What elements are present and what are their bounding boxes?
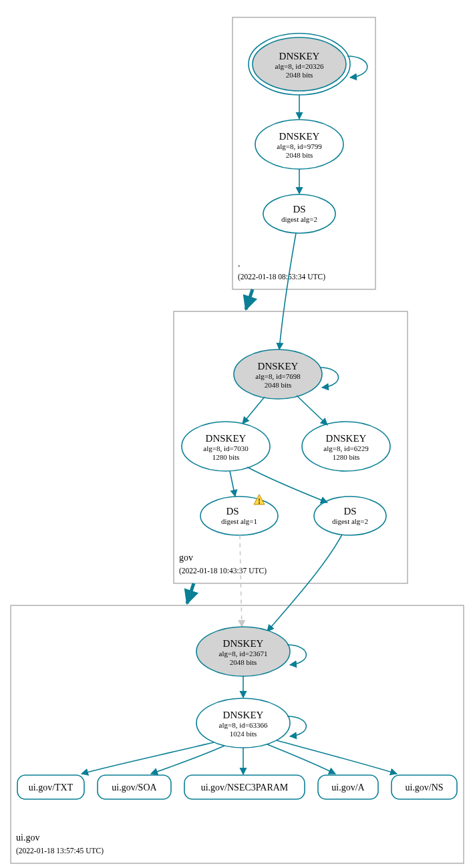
text: 1024 bits: [230, 730, 257, 738]
edge-gov-zsk1-to-ds1: [230, 471, 235, 496]
text: DS: [226, 506, 239, 517]
text: 2048 bits: [230, 658, 257, 666]
text: alg=8, id=6229: [323, 444, 369, 452]
node-rec-nsec3: ui.gov/NSEC3PARAM: [184, 775, 305, 799]
zone-ts-uigov: (2022-01-18 13:57:45 UTC): [16, 847, 104, 855]
edge-zone-root-to-gov: [246, 289, 253, 309]
edge-gov-ksk-to-zsk1: [243, 397, 265, 424]
svg-text:!: !: [258, 496, 261, 506]
node-root-zsk: DNSKEY alg=8, id=9799 2048 bits: [255, 120, 343, 169]
zone-label-uigov: ui.gov: [16, 833, 39, 843]
text: ui.gov/NSEC3PARAM: [201, 782, 289, 792]
node-uigov-ksk: DNSKEY alg=8, id=23671 2048 bits: [196, 627, 290, 676]
node-gov-zsk1: DNSKEY alg=8, id=7030 1280 bits: [182, 422, 270, 471]
text: DS: [293, 204, 305, 214]
zone-ts-root: (2022-01-18 08:53:34 UTC): [238, 273, 325, 281]
text: DNSKEY: [279, 131, 320, 142]
edge-gov-ksk-to-zsk2: [297, 396, 327, 425]
text: DNSKEY: [223, 710, 264, 720]
text: alg=8, id=9799: [277, 142, 322, 150]
text: ui.gov/TXT: [29, 782, 73, 792]
text: 1280 bits: [333, 453, 360, 461]
text: ui.gov/NS: [405, 782, 443, 792]
node-gov-ds1: DS digest alg=1 !: [200, 494, 278, 535]
dnssec-diagram: . (2022-01-18 08:53:34 UTC) gov (2022-01…: [0, 0, 473, 868]
text: DNSKEY: [258, 361, 299, 372]
node-rec-soa: ui.gov/SOA: [98, 775, 171, 799]
text: 1280 bits: [212, 453, 240, 461]
text: DNSKEY: [279, 51, 320, 61]
zone-label-root: .: [238, 259, 241, 269]
edge-root-ds-to-gov-ksk: [279, 233, 296, 349]
text: 2048 bits: [265, 381, 292, 389]
node-uigov-zsk: DNSKEY alg=8, id=63366 1024 bits: [196, 698, 290, 748]
svg-point-7: [200, 496, 278, 535]
text: alg=8, id=23671: [219, 649, 268, 658]
node-gov-ds2: DS digest alg=2: [314, 496, 386, 535]
edge-gov-ds1-to-uigov-ksk: [240, 535, 242, 627]
zone-label-gov: gov: [179, 553, 193, 563]
node-gov-zsk2: DNSKEY alg=8, id=6229 1280 bits: [302, 422, 390, 471]
text: DNSKEY: [223, 638, 264, 649]
text: 2048 bits: [286, 71, 313, 79]
node-root-ds: DS digest alg=2: [263, 194, 335, 233]
edge-gov-ksk-self: [320, 368, 338, 388]
edge-zsk-to-a: [267, 744, 335, 774]
text: DNSKEY: [326, 433, 367, 444]
edge-zsk-to-soa: [151, 746, 224, 774]
edge-zone-gov-to-uigov: [187, 583, 194, 603]
zone-ts-gov: (2022-01-18 10:43:37 UTC): [179, 567, 267, 575]
text: ui.gov/A: [331, 782, 365, 792]
text: 2048 bits: [286, 151, 313, 159]
node-root-ksk: DNSKEY alg=8, id=20326 2048 bits: [249, 33, 350, 95]
text: alg=8, id=20326: [275, 62, 324, 70]
text: digest alg=2: [332, 517, 368, 525]
node-rec-ns: ui.gov/NS: [391, 775, 457, 799]
edge-uigov-zsk-self: [287, 716, 306, 736]
text: alg=8, id=7030: [203, 444, 249, 452]
edge-uigov-ksk-self: [287, 645, 306, 665]
text: alg=8, id=63366: [219, 721, 268, 729]
node-rec-txt: ui.gov/TXT: [17, 775, 84, 799]
text: digest alg=1: [221, 517, 257, 525]
text: alg=8, id=7698: [255, 372, 301, 380]
node-gov-ksk: DNSKEY alg=8, id=7698 2048 bits: [234, 349, 322, 399]
text: digest alg=2: [281, 215, 317, 223]
text: DNSKEY: [206, 433, 247, 444]
text: ui.gov/SOA: [112, 782, 157, 792]
edge-zsk-to-ns: [277, 740, 397, 774]
text: DS: [343, 506, 356, 517]
node-rec-a: ui.gov/A: [318, 775, 378, 799]
